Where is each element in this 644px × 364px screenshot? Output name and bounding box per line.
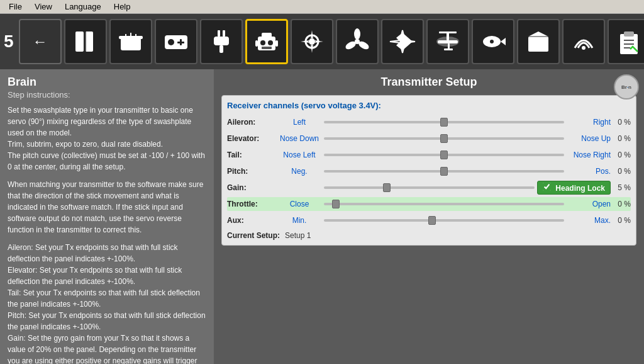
menu-file[interactable]: File [3,1,28,13]
throttle-slider[interactable] [324,200,564,208]
tail-left: Nose Left [277,151,321,159]
pot-button[interactable] [109,19,152,64]
tail-pct: 0 % [611,151,631,159]
svg-rect-12 [218,30,220,37]
brain-logo: Br∙n [614,74,639,100]
svg-rect-14 [214,37,229,45]
svg-marker-34 [396,33,413,50]
instruction-para-3: Aileron: Set your Tx endpoints so that w… [8,242,206,364]
panel-subtitle: Step instructions: [8,90,206,100]
svg-point-47 [582,46,586,50]
instruction-para-2: When matching your transmitter to the so… [8,179,206,236]
aux-slider[interactable] [324,216,564,225]
aileron-slider[interactable] [324,118,564,127]
elevator-row: Elevator: Nose Down Nose Up 0 % [227,132,631,145]
aileron-label: Aileron: [227,118,277,127]
clipboard-button[interactable] [608,19,644,64]
fan-button[interactable] [336,19,379,64]
aux-pct: 0 % [611,216,631,225]
gain-row: Gain: Heading Lock 5 % [227,181,631,195]
current-setup-label: Current Setup: [227,231,280,240]
svg-point-18 [260,40,265,45]
prev-button[interactable]: ← [19,19,62,64]
pitch-pct: 0 % [611,167,631,176]
elevator-right: Nose Up [567,134,611,143]
toolbar: 5 ← → [0,14,644,69]
aileron-pct: 0 % [611,118,631,127]
svg-rect-22 [275,40,278,47]
signal-button[interactable] [562,19,605,64]
menu-language[interactable]: Language [58,1,108,13]
heading-lock-button[interactable]: Heading Lock [537,181,611,195]
rc-box-title: Receiver channels (servo voltage 3.4V): [227,101,631,110]
gain-pct: 5 % [611,183,631,192]
elevator-left: Nose Down [277,134,321,143]
svg-point-19 [268,40,273,45]
gain-label: Gain: [227,183,277,192]
aux-left: Min. [277,216,321,225]
pitch-label: Pitch: [227,167,277,176]
svg-point-9 [168,39,174,45]
tail-right: Nose Right [567,151,611,159]
pitch-left: Neg. [277,167,321,176]
throttle-right: Open [567,200,611,208]
right-panel: Transmitter Setup Br∙n Receiver channels… [214,69,644,364]
plug-button[interactable] [200,19,243,64]
pitch-row: Pitch: Neg. Pos. 0 % [227,164,631,178]
heading-lock-checkbox[interactable] [543,183,551,191]
svg-rect-40 [444,48,453,50]
heading-lock-label: Heading Lock [555,184,605,193]
throttle-label: Throttle: [227,200,277,208]
aileron-row: Aileron: Left Right 0 % [227,115,631,129]
box-button[interactable] [517,19,560,64]
left-panel: Brain Step instructions: Set the swashpl… [0,69,214,364]
pitch-slider[interactable] [324,167,564,176]
panel-title: Brain [8,76,206,89]
svg-point-30 [354,28,360,40]
instruction-para-1: Set the swashplate type in your transmit… [8,105,206,173]
elevator-label: Elevator: [227,134,277,143]
svg-rect-0 [75,31,84,52]
book-button[interactable] [64,19,107,64]
svg-rect-49 [624,31,634,37]
pitch-right: Pos. [567,167,611,176]
menu-bar: File View Language Help [0,0,644,14]
aileron-left: Left [277,118,321,127]
plane-button[interactable] [381,19,424,64]
step-number: 5 [4,31,14,52]
throttle-row: Throttle: Close Open 0 % [227,197,631,211]
gear-star-button[interactable] [291,19,333,64]
gyro-button[interactable] [472,19,514,64]
aux-row: Aux: Min. Max. 0 % [227,213,631,227]
gain-slider[interactable] [324,183,535,192]
svg-rect-13 [223,30,225,37]
throttle-pct: 0 % [611,200,631,208]
tail-slider[interactable] [324,151,564,159]
throttle-left: Close [277,200,321,208]
svg-rect-11 [177,42,184,43]
menu-help[interactable]: Help [108,1,137,13]
svg-rect-44 [528,37,548,52]
aux-label: Aux: [227,216,277,225]
svg-rect-38 [439,31,457,33]
current-setup-value: Setup 1 [285,231,311,240]
robot-button[interactable] [245,19,288,64]
svg-point-24 [309,38,315,45]
tail-label: Tail: [227,151,277,159]
right-panel-title: Transmitter Setup [221,76,636,89]
rc-channels-box: Receiver channels (servo voltage 3.4V): … [221,95,636,246]
controls-button[interactable] [155,19,197,64]
menu-view[interactable]: View [28,1,58,13]
svg-rect-17 [262,33,272,38]
svg-point-43 [490,40,494,43]
svg-rect-15 [219,45,223,53]
aileron-right: Right [567,118,611,127]
svg-marker-42 [501,38,506,45]
tail-row: Tail: Nose Left Nose Right 0 % [227,148,631,162]
svg-rect-3 [121,38,141,50]
elevator-pct: 0 % [611,134,631,143]
current-setup-row: Current Setup: Setup 1 [227,231,631,240]
heli-button[interactable] [426,19,469,64]
elevator-slider[interactable] [324,134,564,143]
svg-rect-1 [85,31,93,52]
